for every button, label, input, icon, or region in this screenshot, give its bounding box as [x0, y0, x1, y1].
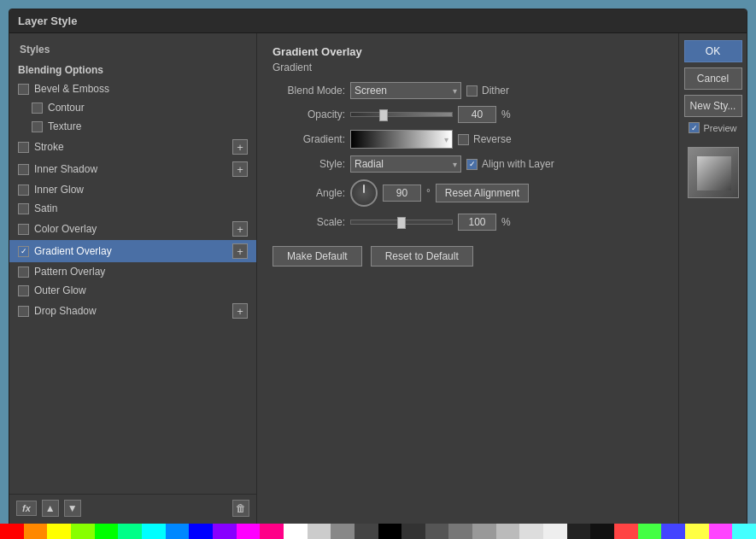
color-swatch[interactable]: [425, 524, 449, 539]
move-down-button[interactable]: ▼: [64, 500, 81, 517]
fx-button[interactable]: fx: [16, 501, 37, 516]
color-swatch[interactable]: [47, 524, 71, 539]
dither-checkbox[interactable]: [466, 85, 478, 97]
preview-box: [688, 147, 739, 198]
plus-gradient-overlay[interactable]: +: [232, 243, 248, 259]
preview-checkbox[interactable]: [689, 122, 700, 133]
blend-mode-select-wrapper[interactable]: Screen Normal Multiply Overlay: [350, 82, 461, 99]
angle-row: Angle: ° Reset Alignment: [273, 179, 663, 207]
color-swatch[interactable]: [260, 524, 284, 539]
color-swatch[interactable]: [284, 524, 308, 539]
opacity-slider-handle[interactable]: [379, 109, 388, 121]
color-swatch[interactable]: [95, 524, 119, 539]
style-select[interactable]: Radial Linear Angle Reflected Diamond: [350, 155, 461, 173]
reset-alignment-button[interactable]: Reset Alignment: [436, 184, 529, 202]
color-swatch[interactable]: [661, 524, 685, 539]
checkbox-outer-glow[interactable]: [18, 285, 29, 296]
color-swatch[interactable]: [0, 524, 24, 539]
checkbox-inner-shadow[interactable]: [18, 164, 29, 175]
color-swatch[interactable]: [118, 524, 142, 539]
color-swatch[interactable]: [496, 524, 520, 539]
color-swatch[interactable]: [213, 524, 237, 539]
plus-inner-shadow[interactable]: +: [232, 161, 248, 177]
checkbox-satin[interactable]: [18, 203, 29, 214]
color-swatch[interactable]: [24, 524, 48, 539]
plus-color-overlay[interactable]: +: [232, 221, 248, 237]
color-swatch[interactable]: [638, 524, 662, 539]
checkbox-texture[interactable]: [32, 121, 43, 132]
color-swatch[interactable]: [189, 524, 213, 539]
color-swatch[interactable]: [448, 524, 472, 539]
color-swatch[interactable]: [142, 524, 166, 539]
checkbox-color-overlay[interactable]: [18, 224, 29, 235]
list-item-inner-shadow[interactable]: Inner Shadow +: [9, 158, 256, 180]
left-panel: Styles Blending Options Bevel & Emboss C…: [9, 33, 257, 529]
list-item-stroke[interactable]: Stroke +: [9, 136, 256, 158]
checkbox-drop-shadow[interactable]: [18, 306, 29, 317]
opacity-slider[interactable]: [350, 112, 453, 117]
reverse-checkbox[interactable]: [458, 134, 469, 145]
list-item-contour[interactable]: Contour: [9, 98, 256, 117]
new-style-button[interactable]: New Sty...: [684, 95, 742, 117]
scale-slider-handle[interactable]: [397, 217, 406, 229]
color-swatch[interactable]: [237, 524, 261, 539]
color-swatch[interactable]: [685, 524, 709, 539]
color-swatch[interactable]: [401, 524, 425, 539]
color-swatch[interactable]: [519, 524, 543, 539]
color-swatch[interactable]: [567, 524, 591, 539]
checkbox-gradient-overlay[interactable]: [18, 246, 29, 257]
list-item-bevel-emboss[interactable]: Bevel & Emboss: [9, 79, 256, 98]
gradient-preview[interactable]: [350, 130, 453, 149]
color-swatch[interactable]: [378, 524, 402, 539]
list-item-color-overlay[interactable]: Color Overlay +: [9, 218, 256, 240]
reverse-label: Reverse: [473, 133, 512, 145]
blend-mode-select[interactable]: Screen Normal Multiply Overlay: [350, 82, 461, 99]
ok-button[interactable]: OK: [684, 40, 742, 62]
checkbox-pattern-overlay[interactable]: [18, 267, 29, 278]
color-swatch[interactable]: [355, 524, 378, 539]
color-swatch[interactable]: [709, 524, 733, 539]
make-default-button[interactable]: Make Default: [273, 246, 362, 267]
delete-button[interactable]: 🗑: [232, 500, 249, 517]
color-swatch[interactable]: [732, 524, 756, 539]
color-swatch[interactable]: [166, 524, 190, 539]
color-swatch[interactable]: [331, 524, 355, 539]
scale-input[interactable]: [458, 214, 496, 231]
color-swatch[interactable]: [614, 524, 638, 539]
list-item-drop-shadow[interactable]: Drop Shadow +: [9, 300, 256, 322]
color-swatch[interactable]: [71, 524, 95, 539]
blending-options-item[interactable]: Blending Options: [9, 61, 256, 79]
color-swatch[interactable]: [472, 524, 496, 539]
align-layer-checkbox[interactable]: [466, 159, 478, 170]
move-up-button[interactable]: ▲: [42, 500, 59, 517]
checkbox-stroke[interactable]: [18, 142, 29, 153]
checkbox-bevel-emboss[interactable]: [18, 84, 29, 95]
blending-options-label: Blending Options: [18, 64, 103, 76]
angle-knob[interactable]: [350, 179, 378, 207]
checkbox-contour[interactable]: [32, 103, 43, 114]
scale-slider[interactable]: [350, 220, 453, 225]
label-gradient-overlay: Gradient Overlay: [34, 245, 229, 257]
color-swatch[interactable]: [308, 524, 331, 539]
list-item-outer-glow[interactable]: Outer Glow: [9, 281, 256, 300]
list-item-texture[interactable]: Texture: [9, 117, 256, 136]
angle-input[interactable]: [383, 185, 421, 202]
color-swatch[interactable]: [543, 524, 567, 539]
label-stroke: Stroke: [34, 141, 229, 153]
gradient-select-wrapper[interactable]: [350, 130, 453, 149]
checkbox-inner-glow[interactable]: [18, 185, 29, 196]
list-item-satin[interactable]: Satin: [9, 199, 256, 218]
list-item-gradient-overlay[interactable]: Gradient Overlay +: [9, 240, 256, 262]
reset-default-button[interactable]: Reset to Default: [371, 246, 473, 267]
opacity-label: Opacity:: [273, 108, 345, 120]
list-item-inner-glow[interactable]: Inner Glow: [9, 180, 256, 199]
opacity-input[interactable]: [458, 106, 496, 123]
color-swatch[interactable]: [590, 524, 614, 539]
style-select-wrapper[interactable]: Radial Linear Angle Reflected Diamond: [350, 155, 461, 173]
blend-mode-label: Blend Mode:: [273, 85, 345, 97]
label-color-overlay: Color Overlay: [34, 223, 229, 235]
plus-stroke[interactable]: +: [232, 139, 248, 155]
cancel-button[interactable]: Cancel: [684, 67, 742, 90]
plus-drop-shadow[interactable]: +: [232, 303, 248, 319]
list-item-pattern-overlay[interactable]: Pattern Overlay: [9, 262, 256, 281]
